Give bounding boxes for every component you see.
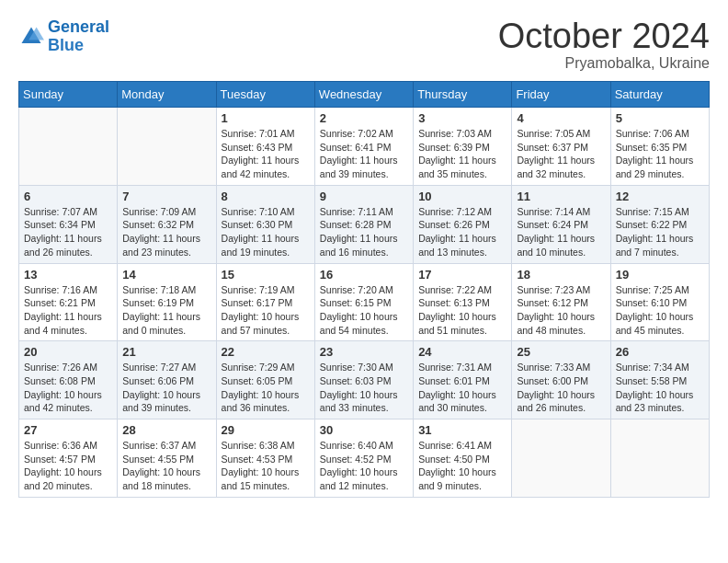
calendar-cell: 23 Sunrise: 7:30 AM Sunset: 6:03 PM Dayl… <box>314 341 413 419</box>
month-title: October 2024 <box>498 18 710 53</box>
daylight: Daylight: 11 hours and 19 minutes. <box>222 233 300 258</box>
sunset: Sunset: 6:00 PM <box>517 375 588 386</box>
sunset: Sunset: 6:34 PM <box>24 219 96 230</box>
sunrise: Sunrise: 7:01 AM <box>222 128 295 139</box>
sunrise: Sunrise: 7:23 AM <box>517 284 590 295</box>
day-number: 17 <box>418 268 506 282</box>
calendar-cell <box>118 108 216 186</box>
daylight: Daylight: 10 hours and 45 minutes. <box>616 311 694 336</box>
logo-line2: Blue <box>48 36 84 54</box>
calendar-week-row: 13 Sunrise: 7:16 AM Sunset: 6:21 PM Dayl… <box>19 263 710 341</box>
daylight: Daylight: 11 hours and 39 minutes. <box>320 155 398 179</box>
daylight: Daylight: 10 hours and 20 minutes. <box>24 466 102 491</box>
logo-icon <box>18 24 44 50</box>
daylight: Daylight: 10 hours and 30 minutes. <box>418 389 496 414</box>
calendar-cell: 25 Sunrise: 7:33 AM Sunset: 6:00 PM Dayl… <box>512 341 610 419</box>
daylight: Daylight: 11 hours and 26 minutes. <box>24 233 102 258</box>
calendar-cell: 30 Sunrise: 6:40 AM Sunset: 4:52 PM Dayl… <box>314 419 413 498</box>
sunrise: Sunrise: 7:05 AM <box>517 128 590 139</box>
calendar-cell: 4 Sunrise: 7:05 AM Sunset: 6:37 PM Dayli… <box>512 108 610 186</box>
day-info: Sunrise: 6:38 AM Sunset: 4:53 PM Dayligh… <box>222 439 310 493</box>
sunset: Sunset: 4:50 PM <box>418 454 490 465</box>
sunrise: Sunrise: 7:11 AM <box>320 206 393 217</box>
calendar-cell: 22 Sunrise: 7:29 AM Sunset: 6:05 PM Dayl… <box>216 341 314 419</box>
day-number: 8 <box>222 190 310 203</box>
day-number: 27 <box>24 423 112 437</box>
calendar-cell <box>610 419 709 498</box>
day-number: 23 <box>320 345 408 359</box>
daylight: Daylight: 10 hours and 39 minutes. <box>122 389 200 414</box>
calendar-cell <box>19 108 118 186</box>
day-number: 29 <box>222 423 310 437</box>
sunset: Sunset: 6:10 PM <box>616 297 688 308</box>
sunrise: Sunrise: 7:02 AM <box>320 128 393 139</box>
day-info: Sunrise: 7:11 AM Sunset: 6:28 PM Dayligh… <box>320 205 408 259</box>
sunset: Sunset: 6:41 PM <box>320 142 392 153</box>
calendar-cell: 28 Sunrise: 6:37 AM Sunset: 4:55 PM Dayl… <box>118 419 216 498</box>
sunrise: Sunrise: 7:29 AM <box>222 362 295 373</box>
calendar-day-header: Thursday <box>414 82 512 108</box>
daylight: Daylight: 10 hours and 48 minutes. <box>517 311 595 336</box>
daylight: Daylight: 10 hours and 51 minutes. <box>418 311 496 336</box>
day-info: Sunrise: 7:05 AM Sunset: 6:37 PM Dayligh… <box>517 127 605 181</box>
daylight: Daylight: 11 hours and 13 minutes. <box>418 233 496 258</box>
day-number: 22 <box>222 345 310 359</box>
calendar-cell: 29 Sunrise: 6:38 AM Sunset: 4:53 PM Dayl… <box>216 419 314 498</box>
day-number: 30 <box>320 423 408 437</box>
daylight: Daylight: 11 hours and 29 minutes. <box>616 155 694 179</box>
day-info: Sunrise: 7:27 AM Sunset: 6:06 PM Dayligh… <box>122 361 210 415</box>
sunrise: Sunrise: 7:14 AM <box>517 206 590 217</box>
daylight: Daylight: 10 hours and 57 minutes. <box>222 311 300 336</box>
calendar-cell: 8 Sunrise: 7:10 AM Sunset: 6:30 PM Dayli… <box>216 185 314 263</box>
day-info: Sunrise: 7:14 AM Sunset: 6:24 PM Dayligh… <box>517 205 605 259</box>
day-number: 11 <box>517 190 605 203</box>
calendar-body: 1 Sunrise: 7:01 AM Sunset: 6:43 PM Dayli… <box>19 108 710 498</box>
daylight: Daylight: 11 hours and 10 minutes. <box>517 233 595 258</box>
day-info: Sunrise: 7:31 AM Sunset: 6:01 PM Dayligh… <box>418 361 506 415</box>
sunrise: Sunrise: 7:33 AM <box>517 362 590 373</box>
sunset: Sunset: 4:53 PM <box>222 454 293 465</box>
day-info: Sunrise: 7:33 AM Sunset: 6:00 PM Dayligh… <box>517 361 605 415</box>
sunset: Sunset: 5:58 PM <box>616 375 688 386</box>
day-info: Sunrise: 7:02 AM Sunset: 6:41 PM Dayligh… <box>320 127 408 181</box>
sunrise: Sunrise: 7:16 AM <box>24 284 97 295</box>
sunset: Sunset: 6:28 PM <box>320 219 392 230</box>
sunrise: Sunrise: 7:22 AM <box>418 284 492 295</box>
sunset: Sunset: 4:52 PM <box>320 454 392 465</box>
logo-line1: General <box>48 17 109 36</box>
sunrise: Sunrise: 6:36 AM <box>24 440 97 451</box>
day-info: Sunrise: 6:36 AM Sunset: 4:57 PM Dayligh… <box>24 439 112 493</box>
day-info: Sunrise: 7:25 AM Sunset: 6:10 PM Dayligh… <box>616 283 704 338</box>
sunrise: Sunrise: 7:34 AM <box>616 362 689 373</box>
calendar-week-row: 6 Sunrise: 7:07 AM Sunset: 6:34 PM Dayli… <box>19 185 710 263</box>
sunset: Sunset: 4:57 PM <box>24 454 96 465</box>
calendar-week-row: 27 Sunrise: 6:36 AM Sunset: 4:57 PM Dayl… <box>19 419 710 498</box>
calendar-header-row: SundayMondayTuesdayWednesdayThursdayFrid… <box>19 82 710 108</box>
logo-text: General Blue <box>48 18 109 55</box>
sunset: Sunset: 6:24 PM <box>517 219 588 230</box>
sunset: Sunset: 6:35 PM <box>616 142 688 153</box>
day-number: 9 <box>320 190 408 203</box>
sunrise: Sunrise: 6:37 AM <box>122 440 196 451</box>
calendar-cell: 24 Sunrise: 7:31 AM Sunset: 6:01 PM Dayl… <box>414 341 512 419</box>
sunset: Sunset: 6:39 PM <box>418 142 490 153</box>
day-info: Sunrise: 6:40 AM Sunset: 4:52 PM Dayligh… <box>320 439 408 493</box>
sunset: Sunset: 6:13 PM <box>418 297 490 308</box>
sunset: Sunset: 6:37 PM <box>517 142 588 153</box>
day-info: Sunrise: 7:06 AM Sunset: 6:35 PM Dayligh… <box>616 127 704 181</box>
daylight: Daylight: 11 hours and 32 minutes. <box>517 155 595 179</box>
day-number: 7 <box>122 190 210 203</box>
day-info: Sunrise: 7:22 AM Sunset: 6:13 PM Dayligh… <box>418 283 506 338</box>
sunset: Sunset: 6:17 PM <box>222 297 293 308</box>
day-info: Sunrise: 7:12 AM Sunset: 6:26 PM Dayligh… <box>418 205 506 259</box>
sunrise: Sunrise: 7:10 AM <box>222 206 295 217</box>
day-number: 19 <box>616 268 704 282</box>
daylight: Daylight: 11 hours and 7 minutes. <box>616 233 694 258</box>
logo: General Blue <box>18 18 109 55</box>
day-number: 31 <box>418 423 506 437</box>
day-number: 20 <box>24 345 112 359</box>
calendar-cell: 19 Sunrise: 7:25 AM Sunset: 6:10 PM Dayl… <box>610 263 709 341</box>
calendar-day-header: Friday <box>512 82 610 108</box>
calendar-cell: 31 Sunrise: 6:41 AM Sunset: 4:50 PM Dayl… <box>414 419 512 498</box>
calendar-cell: 12 Sunrise: 7:15 AM Sunset: 6:22 PM Dayl… <box>610 185 709 263</box>
